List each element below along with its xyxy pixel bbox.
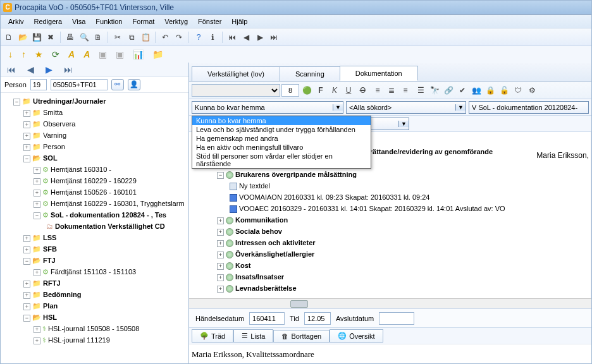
keyword-combo[interactable]: Kunna bo kvar hemma▼ xyxy=(192,101,343,114)
avslutdatum-input[interactable] xyxy=(379,312,414,325)
viewtab-borttagen[interactable]: 🗑Borttagen xyxy=(273,330,330,343)
tree-item[interactable]: Färdtjänst 151103 - 151103 xyxy=(51,268,136,276)
menu-redigera[interactable]: Redigera xyxy=(28,16,67,27)
open-icon[interactable]: 📂 xyxy=(17,32,28,43)
binoculars-icon[interactable]: 🔭 xyxy=(428,84,441,97)
italic-button[interactable]: K xyxy=(328,84,341,97)
undo-icon[interactable]: ↶ xyxy=(159,32,171,43)
script-a-icon[interactable]: A xyxy=(66,49,77,59)
dropdown-option[interactable]: Stöd till personer som vårdar eller stöd… xyxy=(192,152,371,168)
tree-item[interactable]: Plan xyxy=(43,302,58,310)
link-icon[interactable]: 🔗 xyxy=(442,84,455,97)
dropdown-option[interactable]: Kunna bo kvar hemma xyxy=(192,116,371,125)
print-icon[interactable]: 🖶 xyxy=(65,32,76,43)
handelsdatum-input[interactable] xyxy=(249,312,285,325)
chart-icon[interactable]: 📊 xyxy=(130,49,146,59)
phrase-icon[interactable]: 👥 xyxy=(470,84,483,97)
new-icon[interactable]: 🗋 xyxy=(3,32,15,43)
star-icon[interactable]: ★ xyxy=(32,49,46,59)
stamp2-icon[interactable]: ▣ xyxy=(113,49,126,59)
doc-leaf[interactable]: Ny textdel xyxy=(239,182,270,190)
menu-arkiv[interactable]: Arkiv xyxy=(3,16,28,27)
doc-icon[interactable]: 🗎 xyxy=(92,32,104,43)
person-id-input[interactable] xyxy=(30,79,47,90)
help-icon[interactable]: ? xyxy=(193,32,204,43)
refresh-icon[interactable]: ⟳ xyxy=(49,49,62,59)
cut-icon[interactable]: ✂ xyxy=(112,32,123,43)
tree-first-icon[interactable]: ⏮ xyxy=(4,64,18,75)
tab-dokumentation[interactable]: Dokumentation xyxy=(340,66,418,81)
tree-item[interactable]: Hemtjänst 160310 - xyxy=(51,166,111,173)
doc-node[interactable]: Överkänslighet/allergier xyxy=(235,250,314,258)
tree-prev-icon[interactable]: ◀ xyxy=(25,64,37,75)
doc-leaf[interactable]: VOOAEC 20160329 - 20160331 kl. 14:01 Ska… xyxy=(239,205,505,212)
tree-item[interactable]: RFTJ xyxy=(43,279,61,287)
menu-hjalp[interactable]: Hjälp xyxy=(226,16,252,27)
dropdown-option[interactable]: Leva och bo självständigt under trygga f… xyxy=(192,125,371,134)
menu-funktion[interactable]: Funktion xyxy=(90,16,127,27)
tree-root[interactable]: Utredningar/Journaler xyxy=(33,97,106,105)
tid-input[interactable] xyxy=(304,312,331,325)
doc-node[interactable]: Brukarens övergripande målsättning xyxy=(235,171,357,178)
gear-icon[interactable]: ⚙ xyxy=(526,84,538,97)
viewtab-lista[interactable]: ☰Lista xyxy=(233,329,273,343)
doc-combo[interactable]: V SoL - dokumentation 20120824- xyxy=(469,101,589,114)
underline-button[interactable]: U xyxy=(342,84,355,97)
tree-ftj[interactable]: FTJ xyxy=(43,257,56,264)
tree-hsl[interactable]: HSL xyxy=(43,313,57,321)
menu-fonster[interactable]: Fönster xyxy=(193,16,226,27)
viewtab-trad[interactable]: 🌳Träd xyxy=(192,329,233,343)
tree-item[interactable]: Hemtjänst 160229 - 160229 xyxy=(51,177,137,185)
prev-icon[interactable]: ◀ xyxy=(240,32,252,43)
script-a2-icon[interactable]: A xyxy=(81,49,92,59)
scrollbar-thumb[interactable] xyxy=(290,300,308,308)
link-button[interactable]: ⚯ xyxy=(111,79,124,90)
tree-item[interactable]: Observera xyxy=(43,120,75,128)
collapse-icon[interactable]: − xyxy=(13,99,20,106)
viewtab-oversikt[interactable]: 🌐Översikt xyxy=(330,329,383,343)
doc-node[interactable]: Intressen och aktiviteter xyxy=(235,239,316,246)
unlock-icon[interactable]: 🔓 xyxy=(498,84,510,97)
tree-item[interactable]: Varning xyxy=(43,131,66,139)
first-icon[interactable]: ⏮ xyxy=(226,32,238,43)
spellcheck-icon[interactable]: ✔ xyxy=(456,84,469,97)
tree-item[interactable]: SFB xyxy=(43,245,57,253)
tab-verkstallighet[interactable]: Verkställighet (lov) xyxy=(192,66,280,81)
folder-icon[interactable]: 📁 xyxy=(150,49,166,59)
last-icon[interactable]: ⏭ xyxy=(268,32,280,43)
lock-icon[interactable]: 🔒 xyxy=(484,84,496,97)
person-pnr-input[interactable] xyxy=(51,79,108,90)
stamp1-icon[interactable]: ▣ xyxy=(96,49,109,59)
redo-icon[interactable]: ↷ xyxy=(173,32,185,43)
align-center-icon[interactable]: ≣ xyxy=(385,84,398,97)
doc-node[interactable]: Levnadsberättelse xyxy=(235,284,297,292)
font-family-select[interactable] xyxy=(192,84,280,97)
left-tree[interactable]: −📁Utredningar/Journaler +📁Smitta +📁Obser… xyxy=(1,93,188,364)
tree-next-icon[interactable]: ▶ xyxy=(43,64,55,75)
sokord-combo[interactable]: <Alla sökord>▼ xyxy=(346,101,466,114)
copy-icon[interactable]: ⧉ xyxy=(126,32,137,43)
tree-sol[interactable]: SOL xyxy=(43,154,58,162)
chevron-down-icon[interactable]: ▼ xyxy=(333,104,343,111)
next-icon[interactable]: ▶ xyxy=(254,32,266,43)
expand-icon[interactable]: + xyxy=(23,110,30,117)
paste-icon[interactable]: 📋 xyxy=(140,32,151,43)
dropdown-option[interactable]: Ha gemenskap med andra xyxy=(192,134,371,143)
tree-sel[interactable]: SoL - dokumentation 120824 - , Tes xyxy=(51,211,166,219)
tree-item[interactable]: Hemtjänst 150526 - 160101 xyxy=(51,188,137,196)
preview-icon[interactable]: 🔍 xyxy=(78,32,90,43)
doc-node[interactable]: Sociala behov xyxy=(235,228,282,235)
doc-node[interactable]: Insats/Insatser xyxy=(235,273,284,281)
doc-node[interactable]: Kommunikation xyxy=(235,216,288,224)
horizontal-scrollbar[interactable] xyxy=(189,298,591,308)
menu-verktyg[interactable]: Verktyg xyxy=(159,16,193,27)
tree-item[interactable]: Bedömning xyxy=(43,291,82,298)
keyword-dropdown[interactable]: Kunna bo kvar hemma Leva och bo självstä… xyxy=(192,116,371,169)
bullets-icon[interactable]: ☰ xyxy=(414,84,427,97)
align-right-icon[interactable]: ≡ xyxy=(399,84,412,97)
bold-button[interactable]: F xyxy=(314,84,327,97)
color-icon[interactable]: 🟢 xyxy=(300,84,313,97)
shield-icon[interactable]: 🛡 xyxy=(512,84,524,97)
delete-icon[interactable]: ✖ xyxy=(45,32,56,43)
tree-item[interactable]: Smitta xyxy=(43,109,63,116)
